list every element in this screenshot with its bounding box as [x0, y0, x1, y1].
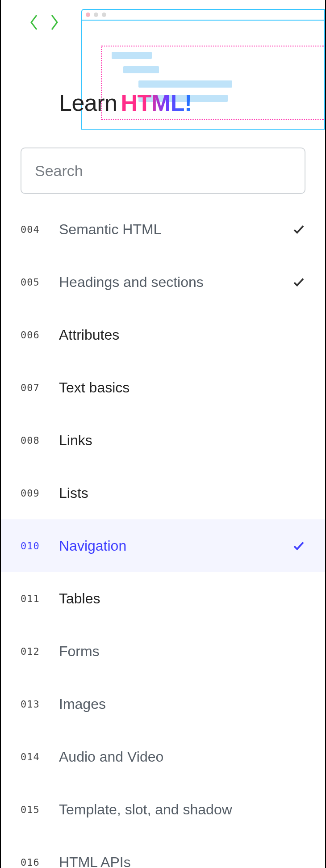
lesson-item[interactable]: 016HTML APIs: [1, 836, 325, 868]
illustration-titlebar: [82, 10, 324, 21]
lesson-number: 010: [21, 540, 43, 552]
lesson-item[interactable]: 008Links: [1, 414, 325, 467]
next-arrow-icon[interactable]: [48, 13, 61, 31]
lesson-item[interactable]: 009Lists: [1, 467, 325, 519]
course-title-learn: Learn: [59, 90, 117, 116]
window-dot-grey-icon: [94, 13, 98, 17]
window-dot-grey2-icon: [102, 13, 106, 17]
window-dot-red-icon: [86, 13, 90, 17]
lesson-number: 005: [21, 277, 43, 288]
course-title: LearnHTML!: [59, 89, 192, 116]
lesson-label: Links: [59, 432, 276, 449]
lesson-label: Headings and sections: [59, 274, 276, 291]
lesson-label: Semantic HTML: [59, 221, 276, 238]
lesson-number: 011: [21, 593, 43, 604]
lesson-label: Navigation: [59, 538, 276, 554]
search-container: [1, 130, 325, 203]
lesson-item[interactable]: 005Headings and sections: [1, 256, 325, 308]
lesson-item[interactable]: 004Semantic HTML: [1, 203, 325, 256]
lesson-item[interactable]: 013Images: [1, 678, 325, 730]
course-sidebar: LearnHTML! 004Semantic HTML005Headings a…: [0, 0, 326, 868]
lesson-list: 004Semantic HTML005Headings and sections…: [1, 203, 325, 868]
lesson-number: 013: [21, 699, 43, 710]
lesson-number: 015: [21, 804, 43, 815]
lesson-number: 014: [21, 751, 43, 763]
lesson-label: Images: [59, 696, 276, 712]
lesson-label: Text basics: [59, 379, 276, 396]
lesson-item[interactable]: 014Audio and Video: [1, 730, 325, 783]
course-title-html: HTML!: [121, 90, 192, 116]
sidebar-header: LearnHTML!: [1, 0, 325, 130]
prev-arrow-icon[interactable]: [28, 13, 40, 31]
lesson-label: Forms: [59, 643, 276, 660]
lesson-number: 009: [21, 488, 43, 499]
lesson-label: Tables: [59, 590, 276, 607]
check-icon: [292, 275, 305, 289]
lesson-item[interactable]: 012Forms: [1, 625, 325, 678]
check-icon: [292, 223, 305, 236]
search-input[interactable]: [21, 147, 305, 194]
lesson-item[interactable]: 007Text basics: [1, 361, 325, 414]
lesson-item[interactable]: 011Tables: [1, 572, 325, 625]
lesson-label: Template, slot, and shadow: [59, 801, 276, 818]
lesson-item[interactable]: 010Navigation: [1, 519, 325, 572]
lesson-label: Attributes: [59, 327, 276, 343]
check-icon: [292, 539, 305, 552]
lesson-label: HTML APIs: [59, 854, 276, 868]
lesson-item[interactable]: 015Template, slot, and shadow: [1, 783, 325, 836]
lesson-label: Audio and Video: [59, 749, 276, 765]
lesson-item[interactable]: 006Attributes: [1, 308, 325, 361]
lesson-number: 016: [21, 857, 43, 868]
lesson-number: 012: [21, 646, 43, 657]
nav-arrows: [28, 13, 61, 31]
lesson-number: 004: [21, 224, 43, 235]
lesson-label: Lists: [59, 485, 276, 501]
lesson-number: 007: [21, 382, 43, 393]
lesson-number: 006: [21, 329, 43, 341]
lesson-number: 008: [21, 435, 43, 446]
